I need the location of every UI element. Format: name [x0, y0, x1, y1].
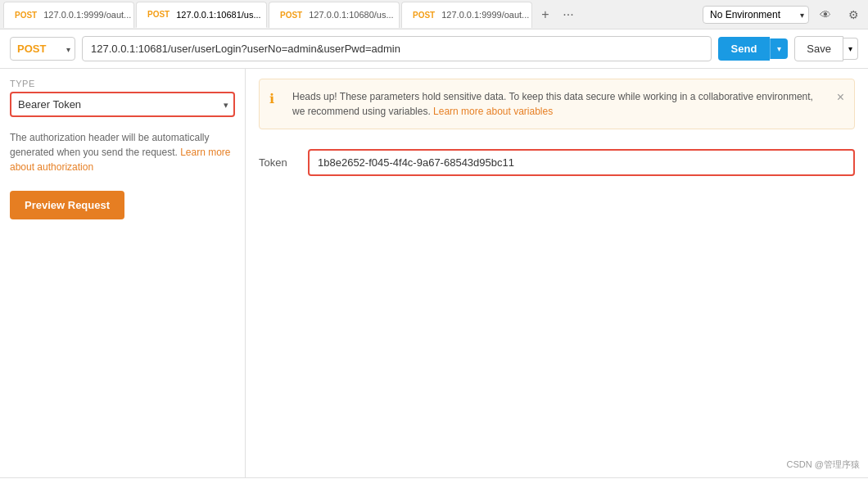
tab-url-4: 127.0.0.1:9999/oaut...: [441, 10, 529, 20]
left-panel: TYPE Bearer Token No Auth Basic Auth API…: [0, 69, 246, 477]
tab-dirty-3: [399, 11, 400, 18]
token-label: Token: [259, 156, 308, 169]
settings-icon[interactable]: ⚙: [842, 3, 865, 26]
tab-3[interactable]: POST 127.0.0.1:10680/us...: [269, 2, 400, 28]
tab-url-1: 127.0.0.1:9999/oaut...: [43, 10, 131, 20]
send-btn-group: Send ▾: [718, 37, 789, 61]
type-label: TYPE: [10, 79, 235, 88]
preview-request-button[interactable]: Preview Request: [10, 191, 124, 219]
tab-method-3: POST: [278, 10, 305, 20]
method-select[interactable]: POST GET: [10, 37, 75, 61]
tab-bar-right: No Environment 👁 ⚙: [703, 3, 865, 26]
send-button[interactable]: Send: [718, 37, 771, 61]
url-input[interactable]: [82, 36, 712, 61]
send-dropdown-button[interactable]: ▾: [770, 38, 788, 59]
add-tab-button[interactable]: +: [534, 3, 557, 26]
tab-url-3: 127.0.0.1:10680/us...: [309, 10, 393, 20]
tab-method-1: POST: [12, 10, 39, 20]
tab-1[interactable]: POST 127.0.0.1:9999/oaut...: [3, 2, 134, 28]
request-toolbar: POST GET Send ▾ Save ▾: [0, 29, 868, 69]
tab-url-2: 127.0.0.1:10681/us...: [176, 10, 260, 20]
save-btn-group: Save ▾: [794, 36, 858, 61]
main-content: TYPE Bearer Token No Auth Basic Auth API…: [0, 69, 868, 477]
tab-method-2: POST: [145, 9, 172, 20]
auth-description: The authorization header will be automat…: [10, 130, 235, 174]
tab-4[interactable]: POST 127.0.0.1:9999/oaut...: [401, 2, 532, 28]
alert-banner: ℹ Heads up! These parameters hold sensit…: [259, 79, 855, 129]
token-row: Token: [259, 149, 855, 176]
method-wrapper: POST GET: [10, 37, 75, 61]
more-tabs-button[interactable]: ···: [557, 3, 580, 26]
token-input[interactable]: [308, 149, 855, 176]
auth-type-select[interactable]: Bearer Token No Auth Basic Auth API Key: [10, 92, 235, 117]
alert-link[interactable]: Learn more about variables: [433, 106, 553, 117]
alert-icon: ℹ: [269, 89, 274, 109]
tab-dirty-2: [266, 11, 267, 18]
auth-description-text: The authorization header will be automat…: [10, 132, 209, 158]
environment-wrapper: No Environment: [703, 6, 809, 24]
type-select-wrapper: Bearer Token No Auth Basic Auth API Key: [10, 92, 235, 117]
tab-method-4: POST: [410, 10, 437, 20]
alert-close-button[interactable]: ×: [837, 88, 844, 107]
right-panel: ℹ Heads up! These parameters hold sensit…: [246, 69, 868, 477]
save-button[interactable]: Save: [794, 36, 843, 61]
save-dropdown-button[interactable]: ▾: [843, 38, 858, 60]
environment-select[interactable]: No Environment: [703, 6, 809, 24]
tab-bar: POST 127.0.0.1:9999/oaut... POST 127.0.0…: [0, 0, 868, 29]
eye-icon[interactable]: 👁: [814, 3, 837, 26]
tab-2[interactable]: POST 127.0.0.1:10681/us...: [136, 2, 267, 28]
